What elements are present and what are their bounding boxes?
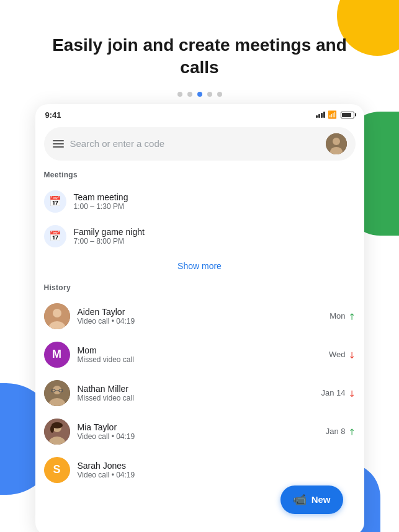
signal-icon xyxy=(316,112,325,118)
date-aiden: Mon xyxy=(330,311,345,321)
date-nathan: Jan 14 xyxy=(321,388,345,397)
list-item[interactable]: S Sarah Jones Video call • 04:19 xyxy=(35,451,364,489)
page-title: Easily join and create meetings and call… xyxy=(37,34,362,79)
menu-icon[interactable] xyxy=(53,140,64,148)
meeting-item-1[interactable]: 📅 Team meeting 1:00 – 1:30 PM xyxy=(35,184,364,219)
meeting-icon-wrap-1: 📅 xyxy=(44,190,66,213)
history-meta-nathan: Jan 14 ↙ xyxy=(321,388,355,398)
contact-status-nathan: Missed video call xyxy=(78,394,314,402)
svg-point-4 xyxy=(53,309,61,317)
dot-2[interactable] xyxy=(187,92,192,97)
avatar-sarah: S xyxy=(44,457,70,483)
list-item[interactable]: Mia Taylor Video call • 04:19 Jan 8 ↗ xyxy=(35,412,364,451)
meeting-item-2[interactable]: 📅 Family game night 7:00 – 8:00 PM xyxy=(35,219,364,254)
avatar-nathan xyxy=(44,380,70,406)
contact-status-mom: Missed video call xyxy=(78,355,322,364)
show-more-button[interactable]: Show more xyxy=(35,254,364,281)
svg-point-16 xyxy=(50,425,54,433)
new-button[interactable]: 📹 New xyxy=(280,485,343,514)
contact-status-sarah: Video call • 04:19 xyxy=(78,471,348,479)
avatar-aiden xyxy=(44,303,70,329)
battery-icon xyxy=(341,112,354,118)
history-meta-mia: Jan 8 ↗ xyxy=(326,427,356,437)
calendar-icon-2: 📅 xyxy=(49,230,61,242)
contact-name-aiden: Aiden Taylor xyxy=(78,307,323,317)
date-mom: Wed xyxy=(329,350,346,359)
meeting-time-2: 7:00 – 8:00 PM xyxy=(74,237,356,246)
history-meta-mom: Wed ↙ xyxy=(329,350,356,360)
status-icons: 📶 xyxy=(316,110,354,119)
contact-status-aiden: Video call • 04:19 xyxy=(78,317,323,326)
video-plus-icon: 📹 xyxy=(293,493,307,507)
dot-3[interactable] xyxy=(197,92,202,97)
svg-point-7 xyxy=(53,386,61,394)
history-label: History xyxy=(35,281,364,297)
phone-frame: 9:41 📶 Search or enter a code xyxy=(35,104,364,532)
list-item[interactable]: Nathan Miller Missed video call Jan 14 ↙ xyxy=(35,374,364,412)
avatar[interactable] xyxy=(326,133,347,154)
meeting-title-2: Family game night xyxy=(74,227,356,237)
outgoing-call-icon: ↗ xyxy=(346,310,358,322)
contact-status-mia: Video call • 04:19 xyxy=(78,432,318,441)
contact-name-mia: Mia Taylor xyxy=(78,422,318,432)
wifi-icon: 📶 xyxy=(328,110,337,119)
avatar-image xyxy=(326,133,347,154)
outgoing-call-icon-mia: ↗ xyxy=(346,425,358,438)
avatar-letter-mom: M xyxy=(52,348,61,361)
search-placeholder[interactable]: Search or enter a code xyxy=(70,138,320,149)
history-meta-aiden: Mon ↗ xyxy=(330,311,355,321)
missed-call-icon: ↙ xyxy=(346,348,358,361)
meetings-label: Meetings xyxy=(35,168,364,184)
header-section: Easily join and create meetings and call… xyxy=(0,0,399,92)
status-time: 9:41 xyxy=(45,110,61,120)
missed-call-icon-nathan: ↙ xyxy=(346,387,358,399)
avatar-mia xyxy=(44,419,70,445)
svg-point-1 xyxy=(333,138,340,145)
pagination-dots xyxy=(0,92,399,97)
date-mia: Jan 8 xyxy=(326,427,346,436)
dot-4[interactable] xyxy=(207,92,212,97)
avatar-mom: M xyxy=(44,342,70,368)
search-bar[interactable]: Search or enter a code xyxy=(44,127,356,161)
meeting-icon-wrap-2: 📅 xyxy=(44,225,66,247)
new-button-label: New xyxy=(312,494,331,505)
list-item[interactable]: M Mom Missed video call Wed ↙ xyxy=(35,335,364,374)
avatar-letter-sarah: S xyxy=(53,463,60,476)
contact-name-sarah: Sarah Jones xyxy=(78,461,348,471)
calendar-icon-1: 📅 xyxy=(49,195,61,207)
contact-name-mom: Mom xyxy=(78,345,322,355)
meeting-time-1: 1:00 – 1:30 PM xyxy=(74,202,356,211)
list-item[interactable]: Aiden Taylor Video call • 04:19 Mon ↗ xyxy=(35,297,364,335)
dot-1[interactable] xyxy=(177,92,182,97)
dot-5[interactable] xyxy=(217,92,222,97)
contact-name-nathan: Nathan Miller xyxy=(78,384,314,394)
meeting-title-1: Team meeting xyxy=(74,192,356,202)
status-bar: 9:41 📶 xyxy=(35,104,364,123)
